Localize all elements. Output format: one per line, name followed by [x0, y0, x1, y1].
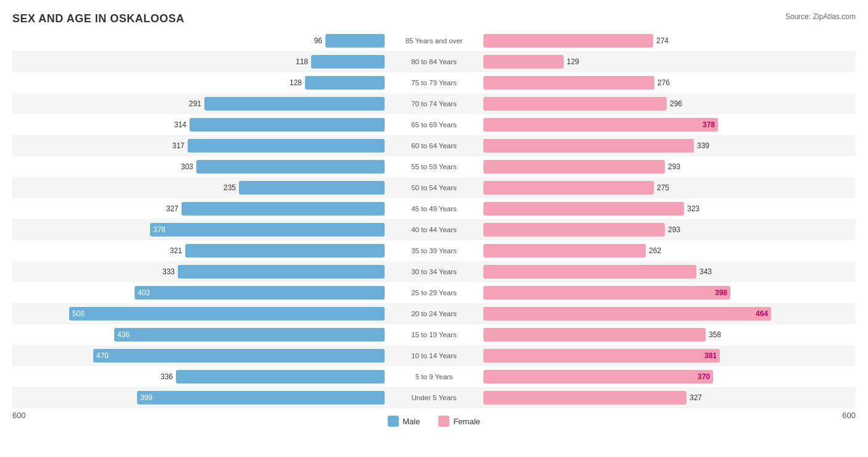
- male-bar: [185, 244, 385, 258]
- female-value: 129: [567, 57, 579, 66]
- female-value: 343: [699, 267, 712, 276]
- age-range-label: 75 to 79 Years: [385, 79, 483, 86]
- female-bar: 464: [483, 307, 771, 321]
- female-bar: [483, 34, 653, 48]
- female-value: 275: [657, 183, 669, 192]
- female-bar: 398: [483, 286, 730, 300]
- female-value: 274: [656, 36, 669, 45]
- male-value: 470: [93, 351, 112, 360]
- chart-row: 31465 to 69 Years378: [12, 114, 856, 135]
- chart-row: 32745 to 49 Years323: [12, 198, 856, 219]
- right-bar-container: 327: [483, 387, 856, 408]
- male-value: 96: [314, 36, 322, 45]
- male-bar: [204, 97, 385, 111]
- male-value: 291: [189, 99, 201, 108]
- age-range-label: 50 to 54 Years: [385, 184, 483, 191]
- axis-right: 600: [842, 411, 856, 427]
- left-bar-container: 327: [12, 198, 385, 219]
- chart-row: 40325 to 29 Years398: [12, 282, 856, 303]
- chart-row: 30355 to 59 Years293: [12, 156, 856, 177]
- right-bar-container: 381: [483, 345, 856, 366]
- male-value: 314: [174, 120, 186, 129]
- age-range-label: Under 5 Years: [385, 394, 483, 401]
- right-bar-container: 378: [483, 114, 856, 135]
- left-bar-container: 336: [12, 366, 385, 387]
- female-value: 327: [690, 393, 702, 402]
- female-bar: [483, 139, 694, 153]
- right-bar-container: 398: [483, 282, 856, 303]
- right-bar-container: 358: [483, 324, 856, 345]
- right-bar-container: 275: [483, 177, 856, 198]
- age-range-label: 30 to 34 Years: [385, 268, 483, 275]
- female-value: 358: [709, 330, 721, 339]
- female-bar: 378: [483, 118, 718, 132]
- right-bar-container: 296: [483, 93, 856, 114]
- female-bar: 381: [483, 349, 720, 363]
- left-bar-container: 118: [12, 51, 385, 72]
- male-value: 508: [69, 309, 88, 318]
- female-value: 293: [668, 162, 680, 171]
- male-bar: 470: [93, 349, 385, 363]
- age-range-label: 65 to 69 Years: [385, 121, 483, 128]
- right-bar-container: 464: [483, 303, 856, 324]
- left-bar-container: 378: [12, 219, 385, 240]
- left-bar-container: 317: [12, 135, 385, 156]
- male-value: 118: [296, 57, 308, 66]
- chart-row: 3365 to 9 Years370: [12, 366, 856, 387]
- chart-row: 33330 to 34 Years343: [12, 261, 856, 282]
- right-bar-container: 274: [483, 30, 856, 51]
- female-bar: [483, 181, 654, 195]
- female-bar: [483, 328, 706, 342]
- chart-row: 23550 to 54 Years275: [12, 177, 856, 198]
- chart-row: 50820 to 24 Years464: [12, 303, 856, 324]
- chart-container: SEX AND AGE IN OSKALOOSA Source: ZipAtla…: [0, 0, 868, 457]
- right-bar-container: 323: [483, 198, 856, 219]
- age-range-label: 10 to 14 Years: [385, 352, 483, 359]
- rows-container: 9685 Years and over27411880 to 84 Years1…: [12, 30, 856, 408]
- left-bar-container: 235: [12, 177, 385, 198]
- right-bar-container: 370: [483, 366, 856, 387]
- age-range-label: 85 Years and over: [385, 37, 483, 44]
- female-bar: [483, 97, 667, 111]
- right-bar-container: 293: [483, 156, 856, 177]
- female-value: 293: [668, 225, 680, 234]
- male-value: 378: [150, 225, 169, 234]
- chart-row: 37840 to 44 Years293: [12, 219, 856, 240]
- left-bar-container: 291: [12, 93, 385, 114]
- male-value: 327: [166, 204, 178, 213]
- age-range-label: 20 to 24 Years: [385, 310, 483, 317]
- female-bar: [483, 202, 684, 216]
- male-bar: 378: [150, 223, 385, 237]
- male-value: 128: [290, 78, 302, 87]
- male-value: 336: [161, 372, 173, 381]
- male-bar: 399: [137, 391, 385, 405]
- legend-male: Male: [388, 416, 420, 427]
- left-bar-container: 303: [12, 156, 385, 177]
- left-bar-container: 128: [12, 72, 385, 93]
- male-bar: [325, 34, 385, 48]
- chart-title: SEX AND AGE IN OSKALOOSA: [12, 12, 856, 25]
- male-swatch: [388, 416, 399, 427]
- female-value: 262: [649, 246, 661, 255]
- female-value: 464: [753, 309, 771, 318]
- chart-row: 32135 to 39 Years262: [12, 240, 856, 261]
- male-value: 333: [162, 267, 175, 276]
- left-bar-container: 470: [12, 345, 385, 366]
- chart-row: 11880 to 84 Years129: [12, 51, 856, 72]
- male-bar: [176, 370, 385, 384]
- chart-row: 12875 to 79 Years276: [12, 72, 856, 93]
- left-bar-container: 508: [12, 303, 385, 324]
- female-value: 370: [695, 372, 713, 381]
- male-value: 317: [172, 141, 185, 150]
- male-value: 235: [223, 183, 236, 192]
- left-bar-container: 333: [12, 261, 385, 282]
- age-range-label: 70 to 74 Years: [385, 100, 483, 107]
- chart-row: 29170 to 74 Years296: [12, 93, 856, 114]
- legend-female: Female: [438, 416, 480, 427]
- age-range-label: 45 to 49 Years: [385, 205, 483, 212]
- female-bar: [483, 391, 686, 405]
- female-value: 276: [657, 78, 670, 87]
- female-swatch: [438, 416, 449, 427]
- male-bar: [239, 181, 385, 195]
- age-range-label: 35 to 39 Years: [385, 247, 483, 254]
